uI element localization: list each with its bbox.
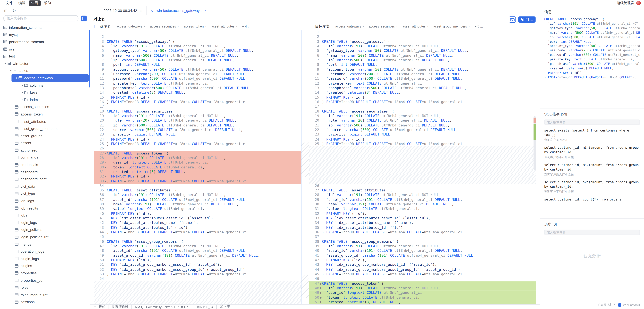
tree-item-properties_conf[interactable]: properties_conf xyxy=(0,277,90,284)
code-text: KEY `idx_asset_attributes_id` (`id`) xyxy=(107,226,301,230)
tree-item-operation_logs[interactable]: operation_logs xyxy=(0,248,90,255)
pane-tab-asset_attributes[interactable]: asset_attributes× xyxy=(402,25,429,28)
menu-item-0[interactable]: 文件 xyxy=(3,0,15,6)
tree-item-jobs[interactable]: jobs xyxy=(0,212,90,219)
tree-item-job_results[interactable]: job_results xyxy=(0,204,90,212)
tab-0[interactable]: 2025-12-30 08:34:42× xyxy=(94,6,146,15)
close-icon[interactable]: × xyxy=(396,25,398,28)
more-tabs-indicator[interactable]: + 5 ... xyxy=(474,25,483,28)
tree-item-tables[interactable]: ▾tables xyxy=(0,67,90,74)
line-number: 51 xyxy=(94,262,104,267)
user-avatar[interactable] xyxy=(636,1,641,5)
tree-item-authorised[interactable]: authorised xyxy=(0,147,90,154)
sql-command-item[interactable]: select customer_id, min(amount) from ord… xyxy=(544,146,640,160)
chevron-right-icon[interactable]: ▸ xyxy=(20,91,24,94)
tree-item-login_policies[interactable]: login_policies xyxy=(0,226,90,234)
pane-tab-access_gateways[interactable]: access_gateways× xyxy=(335,25,364,28)
tree-item-menus[interactable]: menus xyxy=(0,241,90,248)
tree-item-dict_type[interactable]: dict_type xyxy=(0,190,90,197)
pane-tab-access_securities[interactable]: access_securities× xyxy=(369,25,398,28)
user-role-label[interactable]: 超级管理员 xyxy=(617,1,634,6)
menu-item-1[interactable]: 编辑 xyxy=(16,0,28,6)
tree-item-sessions[interactable]: sessions xyxy=(0,298,90,306)
tree-item-asset_groups[interactable]: asset_groups xyxy=(0,132,90,140)
close-icon[interactable]: × xyxy=(140,8,142,12)
sql-command-item[interactable]: select customer_id, avg(amount) from ord… xyxy=(544,180,640,194)
close-icon[interactable]: × xyxy=(427,25,429,28)
tree-item-assets[interactable]: assets xyxy=(0,140,90,147)
sidebar-panel-toggle-button[interactable] xyxy=(81,15,87,21)
tree-item-access_token[interactable]: access_token xyxy=(0,110,90,118)
pane-tab-access_token[interactable]: access_token× xyxy=(184,25,207,28)
tree-item-login_logs[interactable]: login_logs xyxy=(0,219,90,226)
diff-marker: + xyxy=(319,295,322,300)
source-code-editor[interactable]: 123CREATE TABLE `access_gateways` (4 `id… xyxy=(94,30,302,304)
status-item-4[interactable]: ⓘ 关于 xyxy=(220,305,230,309)
code-text: `asset_id` varchar(191) COLLATE utf8mb4_… xyxy=(322,198,536,202)
tree-item-columns[interactable]: ▸columns xyxy=(0,82,90,89)
close-icon[interactable]: × xyxy=(362,25,364,28)
sidebar-search-input[interactable] xyxy=(3,15,78,22)
tree-item-dashboard_conf[interactable]: dashboard_conf xyxy=(0,176,90,183)
pane-tab-asset_attributes[interactable]: asset_attributes× xyxy=(211,25,238,28)
tree-item-credentials[interactable]: credentials xyxy=(0,161,90,168)
snapshot-button[interactable] xyxy=(509,16,516,22)
tree-item-sys[interactable]: sys xyxy=(0,46,90,53)
tree-item-win-factor[interactable]: ▾win-factor xyxy=(0,60,90,67)
tree-item-asset_attributes[interactable]: asset_attributes xyxy=(0,118,90,125)
close-icon[interactable]: × xyxy=(177,25,179,28)
close-icon[interactable]: × xyxy=(204,8,206,12)
code-text: CREATE TABLE `access_gateways` ( xyxy=(322,39,536,44)
sidebar-scrollbar-thumb[interactable] xyxy=(89,30,90,88)
tree-item-dashboard[interactable]: dashboard xyxy=(0,168,90,176)
caret-up-icon[interactable]: ⌃ xyxy=(94,305,96,309)
tree-item-performance_schema[interactable]: performance_schema xyxy=(0,38,90,46)
tree-item-access_gateways[interactable]: ▾access_gateways xyxy=(12,74,89,82)
diff-marker xyxy=(104,44,107,48)
tree-item-asset_group_members[interactable]: asset_group_members xyxy=(0,125,90,132)
tree-item-plugins[interactable]: plugins xyxy=(0,262,90,270)
compare-button[interactable]: 对比 xyxy=(518,16,536,22)
tree-item-commands[interactable]: commands xyxy=(0,154,90,161)
chevron-right-icon[interactable]: ▸ xyxy=(20,98,24,101)
tree-item-roles[interactable]: roles xyxy=(0,284,90,291)
sql-command-search-input[interactable] xyxy=(544,120,640,125)
tree-item-login_policies_ref[interactable]: login_policies_ref xyxy=(0,234,90,241)
tree-item-plugin_logs[interactable]: plugin_logs xyxy=(0,255,90,262)
menu-item-2[interactable]: 查看 xyxy=(29,0,41,6)
target-code-editor[interactable]: 123CREATE TABLE `access_gateways` (4 `id… xyxy=(309,30,536,304)
history-search-input[interactable] xyxy=(544,230,640,235)
sql-command-item[interactable]: select exists (select 1 from customers w… xyxy=(544,128,640,142)
tree-item-test[interactable]: test xyxy=(0,53,90,60)
menu-item-3[interactable]: 帮助 xyxy=(42,0,53,6)
chevron-right-icon[interactable]: ▸ xyxy=(20,84,24,87)
pane-tab-asset_group_members[interactable]: asset_group_members× xyxy=(433,25,470,28)
more-tabs-indicator[interactable]: + 4 ... xyxy=(242,25,250,28)
sql-command-item[interactable]: select customer_id, max(amount) from ord… xyxy=(544,163,640,176)
pane-tab-access_gateways[interactable]: access_gateways× xyxy=(116,25,146,28)
collapse-all-icon[interactable]: ⊞ xyxy=(4,8,8,13)
chevron-down-icon[interactable]: ▾ xyxy=(15,76,18,80)
tree-item-access_securities[interactable]: access_securities xyxy=(0,103,90,110)
pane-tab-access_securities[interactable]: access_securities× xyxy=(150,25,179,28)
sql-command-item[interactable]: select customer_id, count(*) from orders xyxy=(544,198,640,202)
close-icon[interactable]: × xyxy=(205,25,207,28)
close-icon[interactable]: × xyxy=(236,25,238,28)
tree-item-information_schema[interactable]: information_schema xyxy=(0,24,90,31)
tree-item-indexs[interactable]: ▸indexs xyxy=(0,96,90,103)
tree-item-dict_data[interactable]: dict_data xyxy=(0,183,90,190)
close-icon[interactable]: × xyxy=(144,25,146,28)
chevron-down-icon[interactable]: ▾ xyxy=(3,62,7,65)
tree-item-keys[interactable]: ▸keys xyxy=(0,89,90,96)
close-icon[interactable]: × xyxy=(468,25,470,28)
tree-item-job_logs[interactable]: job_logs xyxy=(0,197,90,204)
refresh-icon[interactable]: ↻ xyxy=(12,8,16,13)
new-tab-button[interactable]: + xyxy=(211,6,221,15)
overview-ruler[interactable] xyxy=(534,30,536,304)
chevron-down-icon[interactable]: ▾ xyxy=(9,69,13,72)
tab-1[interactable]: win-factor.access_gateways× xyxy=(146,6,211,15)
tree-item-properties[interactable]: properties xyxy=(0,270,90,277)
code-line: 38CREATE TABLE `asset_group_members` ( xyxy=(309,239,536,244)
tree-item-roles_menus_ref[interactable]: roles_menus_ref xyxy=(0,291,90,298)
tree-item-mysql[interactable]: mysql xyxy=(0,31,90,38)
